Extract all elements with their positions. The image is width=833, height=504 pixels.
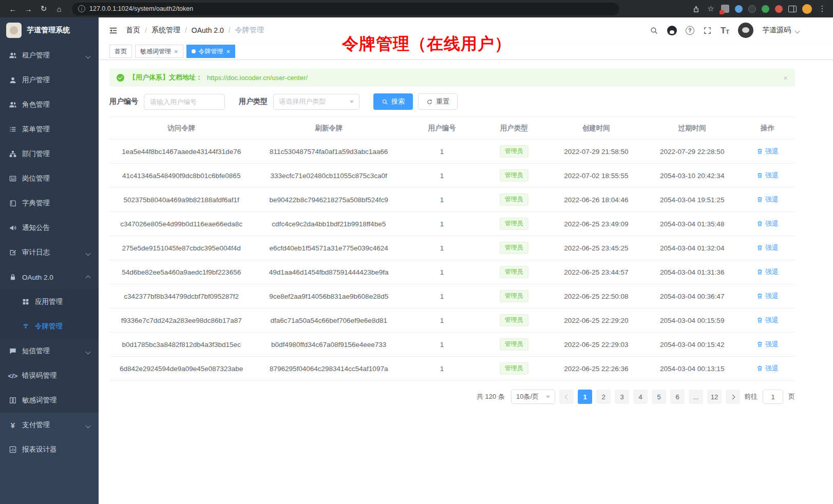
user-name[interactable]: 芋道源码 xyxy=(762,26,791,35)
table-row: 41c41346a548490f9dc8b01c6bfe0865 333ecfc… xyxy=(109,164,795,188)
next-page-button[interactable] xyxy=(726,390,740,404)
sidebar-item-oauth-token[interactable]: 令牌管理 xyxy=(0,314,99,339)
breadcrumb-home[interactable]: 首页 xyxy=(126,26,140,35)
doc-link[interactable]: https://doc.iocoder.cn/user-center/ xyxy=(207,74,308,82)
tab-home[interactable]: 首页 xyxy=(109,45,132,58)
sidebar-item-role[interactable]: 角色管理 xyxy=(0,92,99,117)
help-icon[interactable]: ? xyxy=(686,26,694,35)
force-logout-button[interactable]: 强退 xyxy=(756,147,779,156)
table-row: b0d1785bc3a8482f812db4a3f3bd15ec b0df498… xyxy=(109,333,795,357)
sidebar-item-menu[interactable]: 菜单管理 xyxy=(0,117,99,142)
extension-blue-icon[interactable] xyxy=(735,5,743,13)
user-id-input[interactable] xyxy=(144,94,225,110)
sidebar-item-error-code[interactable]: </> 错误码管理 xyxy=(0,363,99,388)
page-button-4[interactable]: 4 xyxy=(633,390,648,404)
sidebar-collapse-icon[interactable] xyxy=(108,26,118,35)
col-expires: 过期时间 xyxy=(644,117,740,140)
chevron-down-icon[interactable] xyxy=(796,26,799,35)
code-icon: </> xyxy=(9,372,17,380)
table-row: 1ea5e44f8bc1467aaede43144f31de76 811c530… xyxy=(109,140,795,164)
table-row: c347026e805e4d99b0d116eae66eda8c cdfc4ce… xyxy=(109,212,795,236)
browser-profile-avatar[interactable] xyxy=(802,4,812,14)
user-type-badge: 管理员 xyxy=(500,314,528,326)
browser-reload-button[interactable]: ↻ xyxy=(37,2,50,15)
force-logout-button[interactable]: 强退 xyxy=(756,340,779,349)
force-logout-button[interactable]: 强退 xyxy=(756,267,779,277)
alert-title: 【用户体系】文档地址： xyxy=(129,73,202,82)
users-icon xyxy=(9,51,17,60)
page-button-3[interactable]: 3 xyxy=(615,390,629,404)
browser-menu-icon[interactable]: ⋮ xyxy=(818,4,827,13)
page-button-12[interactable]: 12 xyxy=(707,390,722,404)
page-button-1[interactable]: 1 xyxy=(578,390,592,404)
sidebar-item-user[interactable]: 用户管理 xyxy=(0,68,99,92)
tab-sensitive-word[interactable]: 敏感词管理 × xyxy=(135,45,183,58)
app-logo[interactable]: 芋道管理系统 xyxy=(0,17,99,43)
sidebar-item-sms[interactable]: 短信管理 xyxy=(0,339,99,363)
site-info-icon[interactable]: i xyxy=(78,5,85,12)
user-type-select[interactable]: 请选择用户类型 xyxy=(273,94,359,110)
page-button-5[interactable]: 5 xyxy=(652,390,666,404)
sidebar-item-audit-log[interactable]: 审计日志 xyxy=(0,240,99,265)
sidebar-item-dept[interactable]: 部门管理 xyxy=(0,142,99,166)
chevron-down-icon xyxy=(86,421,90,429)
goto-page-input[interactable] xyxy=(763,390,783,404)
app-grid-icon xyxy=(22,298,30,306)
share-icon[interactable] xyxy=(691,4,701,13)
sidebar-item-oauth[interactable]: OAuth 2.0 xyxy=(0,265,99,289)
chat-bubble-icon xyxy=(9,347,17,355)
extension-green-icon[interactable] xyxy=(762,5,769,13)
browser-back-button[interactable]: ← xyxy=(6,2,20,15)
side-panel-icon[interactable] xyxy=(788,6,797,12)
sidebar-item-sensitive-word[interactable]: 敏感词管理 xyxy=(0,388,99,413)
force-logout-button[interactable]: 强退 xyxy=(756,292,779,301)
github-icon[interactable] xyxy=(667,26,677,35)
user-avatar[interactable] xyxy=(738,23,753,38)
sidebar-item-oauth-app[interactable]: 应用管理 xyxy=(0,289,99,314)
breadcrumb-oauth[interactable]: OAuth 2.0 xyxy=(192,26,224,34)
extension-dark-icon[interactable] xyxy=(748,5,756,13)
font-size-icon[interactable]: TT xyxy=(721,26,729,35)
sidebar-item-pay[interactable]: ¥ 支付管理 xyxy=(0,413,99,437)
page-size-select[interactable]: 10条/页 xyxy=(511,390,555,404)
breadcrumb-system[interactable]: 系统管理 xyxy=(152,26,180,35)
force-logout-button[interactable]: 强退 xyxy=(756,219,779,228)
sidebar-item-report-designer[interactable]: 报表设计器 xyxy=(0,437,99,462)
search-icon[interactable] xyxy=(650,26,658,35)
table-row: f9336e7c7dd242a283ee98dc86b17a87 dfa6c71… xyxy=(109,308,795,333)
extension-red-icon[interactable] xyxy=(775,5,783,13)
force-logout-button[interactable]: 强退 xyxy=(756,364,779,373)
reset-button[interactable]: 重置 xyxy=(418,93,458,110)
force-logout-button[interactable]: 强退 xyxy=(756,316,779,325)
close-icon[interactable]: × xyxy=(226,48,231,55)
bookmark-star-icon[interactable]: ☆ xyxy=(706,4,715,13)
sidebar-item-notice[interactable]: 通知公告 xyxy=(0,216,99,240)
force-logout-button[interactable]: 强退 xyxy=(756,243,779,253)
sidebar-item-dict[interactable]: 字典管理 xyxy=(0,191,99,216)
chevron-down-icon xyxy=(350,101,354,103)
force-logout-button[interactable]: 强退 xyxy=(756,195,779,204)
goto-unit: 页 xyxy=(788,392,795,401)
close-icon[interactable]: × xyxy=(174,48,178,55)
page-button-6[interactable]: 6 xyxy=(670,390,685,404)
page-button-2[interactable]: 2 xyxy=(596,390,611,404)
user-icon xyxy=(9,76,17,84)
search-form: 用户编号 用户类型 请选择用户类型 搜索 重置 xyxy=(109,93,795,110)
col-actions: 操作 xyxy=(740,117,795,140)
tab-token[interactable]: 令牌管理 × xyxy=(186,45,236,58)
browser-forward-button[interactable]: → xyxy=(22,2,35,15)
extension-badged-icon[interactable] xyxy=(721,5,729,13)
sidebar-item-post[interactable]: 岗位管理 xyxy=(0,166,99,191)
table-row: 275e5de9151045fe87cbdc395e004f4d e6cfd40… xyxy=(109,236,795,260)
address-bar[interactable]: i 127.0.0.1:1024/system/oauth2/token xyxy=(72,3,619,15)
more-pages-button[interactable]: ... xyxy=(689,390,703,404)
prev-page-button[interactable] xyxy=(559,390,574,404)
fullscreen-icon[interactable] xyxy=(703,26,712,35)
sidebar-item-tenant[interactable]: 租户管理 xyxy=(0,43,99,68)
browser-home-button[interactable]: ⌂ xyxy=(52,2,66,15)
force-logout-button[interactable]: 强退 xyxy=(756,171,779,180)
page-content: 【用户体系】文档地址： https://doc.iocoder.cn/user-… xyxy=(99,60,833,504)
close-icon[interactable]: × xyxy=(783,73,788,82)
pagination: 共 120 条 10条/页 1 2 3 4 5 6 ... 12 前往 页 xyxy=(109,390,795,404)
search-button[interactable]: 搜索 xyxy=(373,93,413,110)
